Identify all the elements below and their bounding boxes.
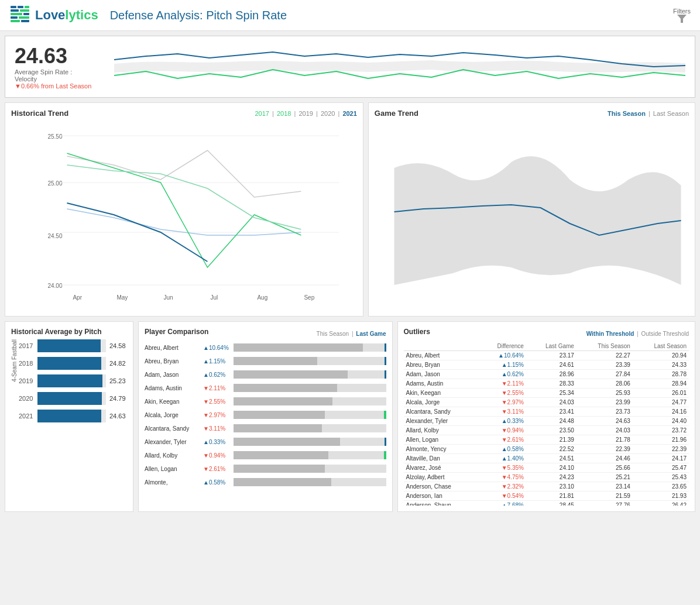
cell-lastgame: 24.10 (526, 463, 577, 473)
cell-thisseason: 25.66 (577, 463, 633, 473)
player-row: Adams, Austin ▼2.11% (145, 382, 386, 394)
cell-diff: ▼2.11% (479, 379, 526, 389)
cell-thisseason: 28.06 (577, 379, 633, 389)
year-2021[interactable]: 2021 (342, 110, 356, 117)
cell-diff: ▼3.11% (479, 407, 526, 417)
threshold-links: Within Threshold | Outside Threshold (586, 331, 689, 337)
cell-diff: ▼2.61% (479, 435, 526, 445)
cell-name: Allard, Kolby (404, 426, 479, 435)
svg-text:24.00: 24.00 (47, 283, 62, 289)
charts-row: Historical Trend 2017 | 2018 | 2019 | 20… (5, 102, 695, 317)
cell-thisseason: 22.39 (577, 445, 633, 454)
cell-lastseason: 24.16 (633, 407, 689, 417)
cell-lastgame: 24.23 (526, 473, 577, 482)
cell-lastseason: 28.78 (633, 370, 689, 379)
within-threshold[interactable]: Within Threshold (586, 331, 634, 337)
cell-diff: ▲1.40% (479, 454, 526, 463)
svg-text:Aug: Aug (257, 294, 267, 301)
filter-icon (677, 15, 687, 23)
sparkline-svg (114, 43, 685, 90)
cell-lastseason: 25.47 (633, 463, 689, 473)
player-last-game[interactable]: Last Game (356, 331, 386, 337)
svg-rect-9 (11, 20, 20, 22)
game-trend-title: Game Trend (375, 109, 418, 118)
cell-thisseason: 23.99 (577, 398, 633, 407)
cell-lastseason: 23.65 (633, 482, 689, 491)
cell-thisseason: 23.39 (577, 360, 633, 370)
cell-diff: ▼2.55% (479, 389, 526, 398)
cell-diff: ▲1.15% (479, 360, 526, 370)
pitch-title: Historical Average by Pitch (11, 328, 127, 336)
year-2017[interactable]: 2017 (255, 110, 269, 117)
metric-change: ▼0.66% from Last Season (15, 82, 102, 90)
year-2019[interactable]: 2019 (298, 110, 313, 117)
table-row: Altaville, Dan ▲1.40% 24.51 24.46 24.17 (404, 454, 689, 463)
cell-lastgame: 24.48 (526, 417, 577, 426)
outliers-panel: Outliers Within Threshold | Outside Thre… (397, 321, 696, 512)
bottom-row: Historical Average by Pitch 4-Seam Fastb… (5, 321, 695, 512)
historical-chart-svg: 25.50 25.00 24.50 24.00 Apr May Jun Jul … (11, 121, 357, 308)
cell-lastgame: 28.33 (526, 379, 577, 389)
year-2018[interactable]: 2018 (277, 110, 291, 117)
cell-lastgame: 28.96 (526, 370, 577, 379)
cell-lastseason: 24.40 (633, 417, 689, 426)
outliers-tbody: Abreu, Albert ▲10.64% 23.17 22.27 20.94 … (404, 351, 689, 506)
table-row: Adam, Jason ▲0.62% 28.96 27.84 28.78 (404, 370, 689, 379)
cell-lastseason: 21.93 (633, 491, 689, 501)
last-season-link[interactable]: Last Season (653, 110, 689, 117)
cell-thisseason: 22.27 (577, 351, 633, 360)
historical-title: Historical Trend (11, 109, 68, 118)
svg-marker-11 (677, 15, 687, 23)
outliers-header: Outliers Within Threshold | Outside Thre… (404, 328, 689, 339)
cell-diff: ▼5.35% (479, 463, 526, 473)
cell-lastgame: 23.41 (526, 407, 577, 417)
cell-name: Anderson, Shaun (404, 501, 479, 506)
filters-button[interactable]: Filters (673, 8, 691, 23)
metric-text: 24.63 Average Spin Rate : Velocity ▼0.66… (15, 44, 102, 90)
cell-lastgame: 24.03 (526, 398, 577, 407)
cell-thisseason: 24.63 (577, 417, 633, 426)
player-row: Alcala, Jorge ▼2.97% (145, 409, 386, 421)
svg-rect-8 (19, 16, 29, 19)
bar-row-2017: 2017 24.58 (19, 339, 127, 352)
cell-diff: ▲10.64% (479, 351, 526, 360)
this-season-link[interactable]: This Season (608, 110, 646, 117)
cell-lastgame: 28.45 (526, 501, 577, 506)
logo: Lovelytics (9, 5, 98, 26)
player-comp-list: Abreu, Albert ▲10.64% Abreu, Bryan ▲1.15… (145, 342, 386, 490)
pitch-panel: Historical Average by Pitch 4-Seam Fastb… (5, 321, 133, 512)
cell-name: Alcantara, Sandy (404, 407, 479, 417)
historical-header: Historical Trend 2017 | 2018 | 2019 | 20… (11, 109, 357, 118)
cell-lastseason: 24.77 (633, 398, 689, 407)
player-this-season[interactable]: This Season (317, 331, 349, 337)
cell-lastseason: 21.96 (633, 435, 689, 445)
player-comp-season-links: This Season | Last Game (317, 331, 386, 337)
table-row: Adams, Austin ▼2.11% 28.33 28.06 28.94 (404, 379, 689, 389)
player-comp-panel: Player Comparison This Season | Last Gam… (138, 321, 393, 512)
svg-rect-3 (11, 9, 19, 12)
cell-lastseason: 24.17 (633, 454, 689, 463)
cell-name: Anderson, Ian (404, 491, 479, 501)
outside-threshold[interactable]: Outside Threshold (641, 331, 689, 337)
svg-text:Sep: Sep (304, 294, 314, 301)
cell-lastgame: 25.34 (526, 389, 577, 398)
cell-lastseason: 23.72 (633, 426, 689, 435)
col-lastseason: Last Season (633, 342, 689, 351)
cell-name: Akin, Keegan (404, 389, 479, 398)
outliers-table-container[interactable]: Difference Last Game This Season Last Se… (404, 342, 689, 506)
player-row: Abreu, Albert ▲10.64% (145, 342, 386, 353)
year-2020[interactable]: 2020 (321, 110, 335, 117)
cell-thisseason: 27.84 (577, 370, 633, 379)
cell-lastseason: 26.42 (633, 501, 689, 506)
player-row: Adam, Jason ▲0.62% (145, 369, 386, 380)
svg-rect-7 (11, 16, 18, 19)
player-row: Akin, Keegan ▼2.55% (145, 396, 386, 407)
cell-diff: ▼4.75% (479, 473, 526, 482)
col-lastgame: Last Game (526, 342, 577, 351)
cell-thisseason: 27.76 (577, 501, 633, 506)
player-row: Alcantara, Sandy ▼3.11% (145, 422, 386, 434)
svg-rect-0 (11, 6, 16, 8)
cell-lastseason: 22.39 (633, 445, 689, 454)
cell-diff: ▲0.33% (479, 417, 526, 426)
table-row: Abreu, Albert ▲10.64% 23.17 22.27 20.94 (404, 351, 689, 360)
